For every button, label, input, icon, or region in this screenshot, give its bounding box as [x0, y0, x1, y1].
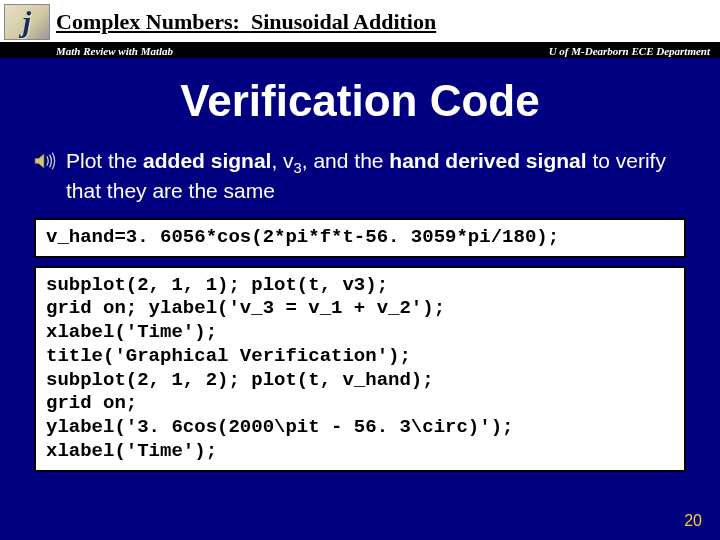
- bullet-b2: hand derived signal: [389, 149, 586, 172]
- header-sub-right: U of M-Dearborn ECE Department: [549, 44, 710, 58]
- bullet-t1: Plot the: [66, 149, 143, 172]
- bullet-b1: added signal: [143, 149, 271, 172]
- bullet-text: Plot the added signal, v3, and the hand …: [66, 148, 686, 204]
- svg-marker-0: [35, 154, 44, 169]
- breadcrumb-part-b: Sinusoidal Addition: [251, 9, 436, 34]
- slide-header: j Complex Numbers: Sinusoidal Addition M…: [0, 0, 720, 58]
- code-block-1: v_hand=3. 6056*cos(2*pi*f*t-56. 3059*pi/…: [34, 218, 686, 258]
- breadcrumb-part-a: Complex Numbers:: [56, 9, 240, 34]
- code-block-2: subplot(2, 1, 1); plot(t, v3); grid on; …: [34, 266, 686, 472]
- breadcrumb: Complex Numbers: Sinusoidal Addition: [56, 9, 436, 35]
- header-sub-left: Math Review with Matlab: [56, 44, 173, 58]
- header-top-row: j Complex Numbers: Sinusoidal Addition: [0, 2, 720, 42]
- bullet-t3: , and the: [302, 149, 390, 172]
- logo-icon: j: [4, 4, 50, 40]
- page-title: Verification Code: [0, 76, 720, 126]
- bullet-t2: , v: [271, 149, 293, 172]
- page-number: 20: [684, 512, 702, 530]
- bullet-item: Plot the added signal, v3, and the hand …: [34, 148, 686, 204]
- sound-icon[interactable]: [34, 151, 56, 171]
- content-area: Plot the added signal, v3, and the hand …: [0, 148, 720, 472]
- bullet-sub: 3: [294, 160, 302, 176]
- header-sub-row: Math Review with Matlab U of M-Dearborn …: [0, 44, 720, 58]
